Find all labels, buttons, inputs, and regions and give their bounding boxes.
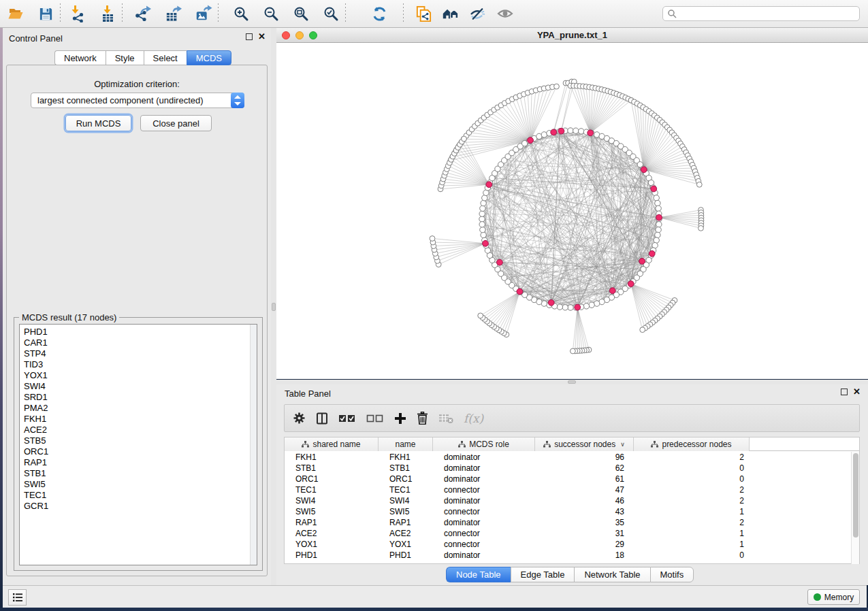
cell-MCDS-role: connector (433, 540, 535, 549)
cell-MCDS-role: dominator (433, 550, 535, 560)
function-builder-icon[interactable]: f(x) (464, 412, 483, 425)
mcds-result-item[interactable]: TID3 (20, 359, 257, 370)
zoom-selected-icon[interactable] (322, 5, 340, 22)
search-input[interactable] (677, 7, 859, 20)
mcds-result-list[interactable]: PHD1CAR1STP4TID3YOX1SWI4SRD1PMA2FKH1ACE2… (19, 324, 257, 565)
cytoscape-window: Control Panel ✕ NetworkStyleSelectMCDS O… (0, 0, 868, 611)
tab-edge-table[interactable]: Edge Table (511, 567, 575, 582)
run-mcds-button[interactable]: Run MCDS (65, 115, 131, 131)
mcds-result-item[interactable]: FKH1 (20, 414, 257, 425)
cell-MCDS-role: dominator (433, 518, 535, 527)
tab-select[interactable]: Select (144, 50, 187, 65)
mcds-result-item[interactable]: ORC1 (20, 446, 257, 457)
mcds-result-item[interactable]: PMA2 (20, 403, 257, 414)
import-network-icon[interactable] (69, 5, 86, 22)
import-table-icon[interactable] (99, 5, 116, 22)
mcds-scrollbar[interactable] (250, 325, 257, 565)
control-panel: Control Panel ✕ NetworkStyleSelectMCDS O… (3, 28, 271, 585)
column-header-predecessor-nodes[interactable]: predecessor nodes (634, 437, 750, 451)
mcds-result-item[interactable]: SWI4 (20, 381, 257, 392)
search-field[interactable] (662, 6, 860, 21)
mcds-result-item[interactable]: STB5 (20, 435, 257, 446)
unselect-all-icon[interactable] (366, 414, 384, 423)
network-titlebar[interactable]: YPA_prune.txt_1 (276, 28, 868, 43)
tab-network[interactable]: Network (54, 50, 106, 65)
table-scrollbar[interactable] (851, 452, 859, 564)
criterion-dropdown[interactable]: largest connected component (undirected) (31, 93, 244, 108)
table-row[interactable]: STB1STB1dominator620 (285, 463, 859, 474)
float-panel-icon[interactable] (841, 389, 848, 395)
save-session-icon[interactable] (37, 5, 54, 22)
table-row[interactable]: PHD1PHD1dominator180 (285, 550, 859, 561)
open-file-icon[interactable] (7, 5, 25, 22)
show-all-icon[interactable] (496, 5, 514, 22)
select-all-icon[interactable] (338, 414, 356, 423)
column-header-successor-nodes[interactable]: successor nodes∨ (535, 437, 634, 451)
cell-MCDS-role: connector (433, 529, 535, 538)
window-minimize-icon[interactable] (295, 31, 304, 39)
mcds-result-item[interactable]: SWI5 (20, 479, 257, 490)
cell-name: SWI4 (379, 496, 433, 506)
cell-MCDS-role: connector (433, 485, 535, 495)
tab-network-table[interactable]: Network Table (574, 567, 649, 582)
export-network-icon[interactable] (133, 5, 151, 22)
table-settings-icon[interactable] (293, 412, 306, 425)
cell-predecessor-nodes: 1 (634, 540, 750, 549)
mcds-result-item[interactable]: STP4 (20, 348, 257, 359)
show-column-icon[interactable] (316, 412, 328, 425)
mcds-result-item[interactable]: STB1 (20, 468, 257, 479)
main-toolbar (0, 0, 868, 28)
memory-button[interactable]: Memory (807, 589, 860, 605)
window-zoom-icon[interactable] (309, 31, 317, 39)
mcds-result-item[interactable]: TEC1 (20, 490, 257, 501)
copy-style-icon[interactable] (415, 5, 432, 22)
mcds-result-group: MCDS result (17 nodes) PHD1CAR1STP4TID3Y… (14, 317, 263, 571)
zoom-in-icon[interactable] (232, 5, 250, 22)
window-close-icon[interactable] (282, 31, 290, 39)
delete-table-icon[interactable] (438, 413, 453, 424)
column-header-name[interactable]: name (379, 437, 433, 451)
table-row[interactable]: ACE2ACE2connector311 (285, 528, 859, 539)
mcds-result-item[interactable]: RAP1 (20, 457, 257, 468)
mcds-result-item[interactable]: GCR1 (20, 501, 257, 512)
tab-motifs[interactable]: Motifs (650, 567, 694, 582)
cell-name: YOX1 (379, 540, 433, 549)
table-row[interactable]: TEC1TEC1connector472 (285, 484, 859, 495)
zoom-fit-icon[interactable] (292, 5, 310, 22)
network-canvas[interactable] (276, 43, 868, 379)
mcds-result-item[interactable]: PHD1 (20, 325, 257, 337)
cell-successor-nodes: 62 (535, 463, 634, 473)
delete-column-icon[interactable] (417, 412, 428, 425)
tab-node-table[interactable]: Node Table (446, 567, 511, 582)
table-row[interactable]: FKH1FKH1dominator962 (285, 452, 859, 463)
table-row[interactable]: YOX1YOX1connector291 (285, 539, 859, 550)
horizontal-splitter[interactable] (276, 380, 868, 384)
mcds-result-item[interactable]: ACE2 (20, 425, 257, 435)
close-panel-icon[interactable]: ✕ (258, 33, 266, 40)
tab-mcds[interactable]: MCDS (187, 50, 231, 65)
mcds-result-item[interactable]: SRD1 (20, 392, 257, 403)
float-panel-icon[interactable] (246, 33, 253, 40)
first-neighbors-icon[interactable] (442, 5, 460, 22)
table-row[interactable]: RAP1RAP1dominator352 (285, 517, 859, 528)
export-table-icon[interactable] (165, 5, 182, 22)
refresh-icon[interactable] (370, 5, 388, 22)
table-panel: Table Panel ✕ (276, 384, 868, 585)
column-header-shared-name[interactable]: shared name (285, 437, 379, 451)
zoom-out-icon[interactable] (262, 5, 280, 22)
add-column-icon[interactable] (394, 412, 406, 425)
mcds-result-item[interactable]: CAR1 (20, 337, 257, 348)
table-row[interactable]: SWI5SWI5connector431 (285, 506, 859, 517)
hide-selected-icon[interactable] (469, 5, 487, 22)
export-image-icon[interactable] (195, 5, 212, 22)
vertical-splitter[interactable] (271, 28, 276, 585)
tab-style[interactable]: Style (106, 50, 144, 65)
close-panel-button[interactable]: Close panel (140, 115, 212, 131)
cell-successor-nodes: 18 (535, 550, 634, 560)
column-header-MCDS-role[interactable]: MCDS role (433, 437, 535, 451)
table-row[interactable]: ORC1ORC1dominator610 (285, 474, 859, 484)
mcds-result-item[interactable]: YOX1 (20, 370, 257, 381)
table-row[interactable]: SWI4SWI4dominator462 (285, 495, 859, 506)
task-history-button[interactable] (8, 589, 27, 606)
close-panel-icon[interactable]: ✕ (853, 389, 861, 395)
